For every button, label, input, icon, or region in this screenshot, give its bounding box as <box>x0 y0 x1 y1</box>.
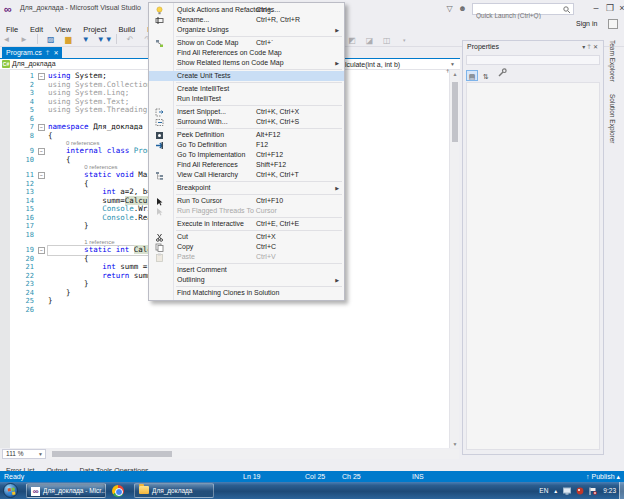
show-desktop-button[interactable] <box>619 482 624 499</box>
code-line-26[interactable]: 26 <box>0 306 449 315</box>
pin-icon[interactable]: ⍑ <box>46 47 50 59</box>
menu-separator <box>176 128 342 129</box>
bottom-panel-tabs: Error ListOutputData Tools Operations <box>0 459 624 471</box>
menu-item-find-matching-clones-in-solution[interactable]: Find Matching Clones in Solution <box>149 288 344 298</box>
code-text: { <box>48 132 53 141</box>
line-number: 10 <box>10 156 34 165</box>
menu-item-view-call-hierarchy[interactable]: View Call HierarchyCtrl+K, Ctrl+T <box>149 170 344 180</box>
toolbar-options-icon[interactable]: ◫ <box>380 34 393 47</box>
line-number: 7 <box>10 123 34 132</box>
sign-in-link[interactable]: Sign in <box>576 20 597 27</box>
menu-item-find-all-references-on-code-map[interactable]: Find All References on Code Map <box>149 48 344 58</box>
navigate-forward-icon[interactable]: ► <box>17 33 30 46</box>
right-tab-solution-explorer[interactable]: Solution Explorer <box>606 88 619 150</box>
submenu-arrow-icon: ▶ <box>335 58 339 68</box>
open-file-icon[interactable]: ▆ <box>62 33 75 46</box>
menu-item-show-on-code-map[interactable]: Show on Code MapCtrl+` <box>149 38 344 48</box>
audio-tray-icon[interactable] <box>576 487 584 495</box>
scrollbar-thumb[interactable] <box>452 82 458 142</box>
menu-item-outlining[interactable]: Outlining▶ <box>149 275 344 285</box>
line-number: 12 <box>10 180 34 189</box>
fold-collapse-icon[interactable]: − <box>38 148 45 155</box>
toolbar-overflow-icon[interactable]: ▾ <box>398 34 411 47</box>
status-column: Col 25 <box>305 471 325 482</box>
bookmark-next-icon[interactable]: ◪ <box>363 34 376 47</box>
fold-collapse-icon[interactable]: − <box>38 124 45 131</box>
tray-expand-icon[interactable]: ▲ <box>553 488 558 494</box>
menu-item-find-all-references[interactable]: Find All ReferencesShift+F12 <box>149 160 344 170</box>
menu-item-create-intellitest[interactable]: Create IntelliTest <box>149 84 344 94</box>
properties-grid[interactable] <box>466 82 600 450</box>
taskbar-button-1[interactable]: ∞Для_доклада - Micr... <box>26 483 106 498</box>
scroll-down-icon[interactable]: ▼ <box>451 441 459 447</box>
fold-collapse-icon[interactable]: − <box>38 247 45 254</box>
menu-item-shortcut: Shift+F12 <box>256 160 286 170</box>
menu-item-breakpoint[interactable]: Breakpoint▶ <box>149 183 344 193</box>
alphabetical-icon[interactable]: ⇅ <box>480 71 492 82</box>
editor-zoom-control[interactable]: 111 %▼ <box>2 449 46 459</box>
menu-item-insert-comment[interactable]: Insert Comment <box>149 265 344 275</box>
search-icon[interactable] <box>563 6 571 14</box>
close-button[interactable]: × <box>616 2 624 14</box>
menu-item-go-to-implementation[interactable]: Go To ImplementationCtrl+F12 <box>149 150 344 160</box>
menu-item-quick-actions-and-refactorings[interactable]: Quick Actions and Refactorings...Ctrl+. <box>149 5 344 15</box>
menu-item-create-unit-tests[interactable]: Create Unit Tests <box>149 71 344 81</box>
fold-collapse-icon[interactable]: − <box>38 73 45 80</box>
feedback-icon[interactable]: ☻ <box>457 4 468 14</box>
scroll-up-icon[interactable]: ▲ <box>451 71 459 77</box>
clock[interactable]: 9:23 <box>603 487 616 494</box>
publish-button[interactable]: ↑ Publish ▴ <box>586 471 620 482</box>
taskbar-button-3[interactable]: Для_доклада <box>134 483 214 498</box>
minimize-button[interactable]: – <box>590 2 602 14</box>
save-icon[interactable]: ▼ <box>79 33 92 46</box>
member-dropdown[interactable]: Calculate(int a, int b) <box>336 61 400 68</box>
quick-launch-box[interactable] <box>472 3 574 15</box>
tab-close-icon[interactable]: ✕ <box>53 47 58 59</box>
menu-item-organize-usings[interactable]: Organize Usings▶ <box>149 25 344 35</box>
menu-item-rename[interactable]: Rename...Ctrl+R, Ctrl+R <box>149 15 344 25</box>
menu-item-run-intellitest[interactable]: Run IntelliTest <box>149 94 344 104</box>
properties-header[interactable]: Properties ▾⍑✕ <box>463 41 603 53</box>
menu-item-show-related-items-on-code-map[interactable]: Show Related Items on Code Map▶ <box>149 58 344 68</box>
editor-vertical-scrollbar[interactable]: ▲ ▼ <box>449 70 459 448</box>
language-indicator[interactable]: EN <box>539 487 548 494</box>
project-dropdown[interactable]: C# Для_доклада <box>2 60 56 68</box>
save-all-icon[interactable]: ▼▼ <box>97 33 110 46</box>
properties-object-dropdown[interactable] <box>466 55 600 65</box>
zoom-caret-icon[interactable]: ▼ <box>38 450 43 458</box>
undo-icon[interactable]: ↶ <box>124 33 137 46</box>
sign-in-avatar-icon[interactable] <box>608 19 618 29</box>
start-button[interactable] <box>3 483 18 498</box>
menu-item-go-to-definition[interactable]: Go To DefinitionF12 <box>149 140 344 150</box>
navigate-back-icon[interactable]: ◄ <box>0 33 13 46</box>
menu-item-label: Show Related Items on Code Map <box>177 58 284 68</box>
lightbulb-icon <box>155 6 164 15</box>
editor-horizontal-scrollbar[interactable] <box>50 449 459 459</box>
menu-item-cut[interactable]: CutCtrl+X <box>149 232 344 242</box>
menu-item-peek-definition[interactable]: Peek DefinitionAlt+F12 <box>149 130 344 140</box>
notifications-icon[interactable]: ▽ <box>444 4 455 14</box>
bookmark-prev-icon[interactable]: ◩ <box>345 34 358 47</box>
right-tab-team-explorer[interactable]: Team Explorer <box>606 34 619 88</box>
panel-close-icon[interactable]: ✕ <box>593 44 600 50</box>
fold-collapse-icon[interactable]: − <box>38 172 45 179</box>
action-center-flag-icon[interactable] <box>589 487 597 495</box>
menu-item-run-to-cursor[interactable]: Run To CursorCtrl+F10 <box>149 196 344 206</box>
property-pages-icon[interactable] <box>498 68 510 79</box>
tab-program-cs[interactable]: Program.cs⍑✕ <box>2 47 62 59</box>
menu-separator <box>176 105 342 106</box>
display-tray-icon[interactable] <box>563 487 571 495</box>
categorized-icon[interactable]: ▤ <box>466 70 478 81</box>
chrome-taskbar-icon[interactable] <box>112 485 124 497</box>
line-number: 22 <box>10 272 34 281</box>
hscroll-thumb[interactable] <box>52 451 172 457</box>
line-number: 24 <box>10 289 34 298</box>
status-ready: Ready <box>4 471 24 482</box>
menu-item-copy[interactable]: CopyCtrl+C <box>149 242 344 252</box>
new-project-icon[interactable]: ▨ <box>44 33 57 46</box>
menu-item-surround-with[interactable]: Surround With...Ctrl+K, Ctrl+S <box>149 117 344 127</box>
menu-item-shortcut: Ctrl+E, Ctrl+E <box>256 219 299 229</box>
menu-item-insert-snippet[interactable]: Insert Snippet...Ctrl+K, Ctrl+X <box>149 107 344 117</box>
menu-item-execute-in-interactive[interactable]: Execute in InteractiveCtrl+E, Ctrl+E <box>149 219 344 229</box>
restore-button[interactable]: ❐ <box>604 2 616 14</box>
